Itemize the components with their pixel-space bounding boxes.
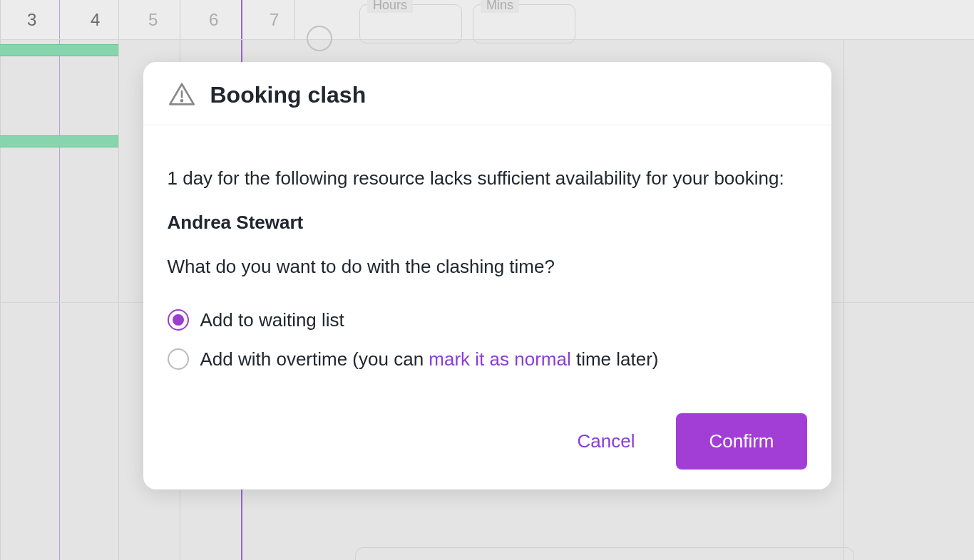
option-label: Add with overtime (you can mark it as no… <box>200 348 659 370</box>
resource-name: Andrea Stewart <box>168 212 807 234</box>
modal-body: 1 day for the following resource lacks s… <box>143 125 831 395</box>
clash-message: 1 day for the following resource lacks s… <box>168 164 807 192</box>
option-overtime[interactable]: Add with overtime (you can mark it as no… <box>168 348 807 370</box>
modal-title: Booking clash <box>210 82 366 108</box>
booking-clash-modal: Booking clash 1 day for the following re… <box>143 62 831 489</box>
modal-header: Booking clash <box>143 62 831 125</box>
cancel-button[interactable]: Cancel <box>563 420 650 462</box>
option-label: Add to waiting list <box>200 309 344 331</box>
svg-point-1 <box>181 100 183 102</box>
mark-as-normal-link[interactable]: mark it as normal <box>429 348 570 370</box>
radio-icon <box>168 348 189 370</box>
option-waiting-list[interactable]: Add to waiting list <box>168 309 807 331</box>
radio-icon <box>168 309 189 331</box>
clash-options: Add to waiting list Add with overtime (y… <box>168 309 807 370</box>
clash-question: What do you want to do with the clashing… <box>168 252 807 281</box>
modal-footer: Cancel Confirm <box>143 395 831 489</box>
modal-overlay[interactable]: Booking clash 1 day for the following re… <box>0 0 974 560</box>
warning-icon <box>168 81 196 109</box>
confirm-button[interactable]: Confirm <box>676 413 806 470</box>
radio-dot <box>173 314 184 326</box>
option-label-prefix: Add with overtime (you can <box>200 348 429 370</box>
option-label-suffix: time later) <box>571 348 659 370</box>
